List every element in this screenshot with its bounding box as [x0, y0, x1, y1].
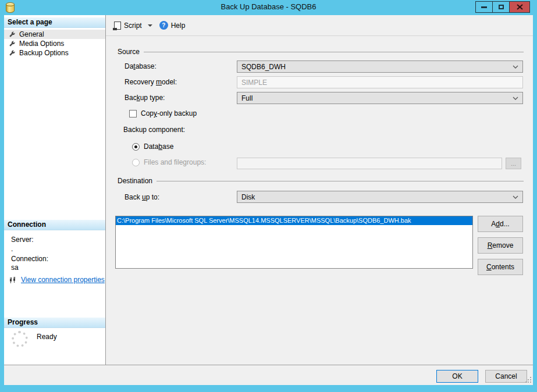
- dialog-body: Select a page General Media Options Back…: [4, 15, 533, 385]
- back-up-to-combobox-value: Disk: [241, 193, 255, 201]
- help-icon: [159, 21, 168, 30]
- copy-only-backup-checkbox[interactable]: [129, 110, 137, 117]
- footer-bar: OK Cancel: [4, 365, 533, 385]
- source-group-label: Source: [118, 48, 140, 56]
- main-panel: Script Help Source Database: SQDB6_DWH R…: [105, 15, 533, 365]
- sidebar-item-label: Media Options: [19, 40, 64, 48]
- progress-status: Ready: [37, 333, 57, 341]
- destination-group-label: Destination: [118, 177, 152, 185]
- resize-grip-icon[interactable]: [525, 377, 531, 383]
- progress-header: Progress: [4, 318, 105, 328]
- connection-properties-icon: [9, 276, 17, 284]
- chevron-down-icon: [513, 97, 518, 100]
- backup-type-combobox[interactable]: Full: [237, 92, 523, 104]
- sidebar-item-label: General: [19, 30, 44, 38]
- sidebar: Select a page General Media Options Back…: [4, 15, 105, 365]
- sidebar-item-label: Backup Options: [19, 49, 69, 57]
- list-item-selected[interactable]: C:\Program Files\Microsoft SQL Server\MS…: [116, 216, 472, 225]
- recovery-model-value: SIMPLE: [241, 79, 267, 87]
- backup-destination-list[interactable]: C:\Program Files\Microsoft SQL Server\MS…: [115, 216, 473, 269]
- script-button[interactable]: Script: [112, 20, 144, 31]
- server-label: Server:: [11, 236, 34, 244]
- files-filegroups-field: [237, 158, 502, 169]
- files-filegroups-radio[interactable]: [132, 159, 140, 166]
- remove-button[interactable]: Remove: [478, 237, 523, 254]
- database-radio-label: Database: [144, 142, 173, 151]
- script-button-label: Script: [124, 22, 142, 30]
- help-button[interactable]: Help: [157, 19, 188, 31]
- database-combobox[interactable]: SQDB6_DWH: [237, 60, 523, 73]
- close-icon: [517, 4, 523, 10]
- close-button[interactable]: [509, 1, 530, 13]
- select-a-page-header: Select a page: [4, 17, 105, 28]
- contents-button[interactable]: Contents: [478, 259, 523, 275]
- back-up-to-combobox[interactable]: Disk: [237, 191, 523, 203]
- backup-type-combobox-value: Full: [241, 94, 253, 102]
- database-radio[interactable]: [132, 143, 140, 151]
- minimize-button[interactable]: [475, 1, 493, 13]
- recovery-model-field: SIMPLE: [237, 76, 523, 88]
- help-button-label: Help: [171, 22, 186, 30]
- server-value: .: [11, 245, 13, 253]
- connection-header: Connection: [4, 220, 105, 230]
- wrench-icon: [9, 40, 16, 47]
- group-divider: [157, 181, 524, 181]
- minimize-icon: [481, 6, 487, 8]
- database-label: Database:: [125, 62, 157, 70]
- script-dropdown-icon[interactable]: [148, 24, 152, 27]
- copy-only-backup-label: Copy-only backup: [141, 109, 197, 117]
- maximize-button[interactable]: [492, 1, 510, 13]
- connection-value: sa: [11, 263, 19, 272]
- window-title: Back Up Database - SQDB6: [0, 2, 537, 11]
- chevron-down-icon: [513, 195, 518, 199]
- maximize-icon: [499, 5, 504, 9]
- chevron-down-icon: [513, 65, 518, 69]
- title-bar[interactable]: Back Up Database - SQDB6: [0, 0, 537, 15]
- backup-database-window: Back Up Database - SQDB6 Select a page G…: [0, 0, 537, 392]
- wrench-icon: [9, 31, 16, 38]
- files-filegroups-radio-label: Files and filegroups:: [144, 158, 206, 166]
- cancel-button[interactable]: Cancel: [485, 370, 527, 383]
- ok-button[interactable]: OK: [436, 370, 478, 383]
- backup-type-label: Backup type:: [125, 94, 165, 102]
- browse-button[interactable]: ...: [506, 158, 521, 169]
- toolbar: Script Help: [106, 15, 533, 36]
- backup-component-label: Backup component:: [123, 126, 185, 134]
- sidebar-item-general[interactable]: General: [4, 30, 105, 39]
- wrench-icon: [9, 49, 16, 56]
- recovery-model-label: Recovery model:: [125, 78, 177, 86]
- sidebar-item-media-options[interactable]: Media Options: [4, 39, 105, 48]
- database-combobox-value: SQDB6_DWH: [241, 63, 286, 71]
- script-icon: [114, 22, 121, 30]
- group-divider: [144, 52, 524, 52]
- view-connection-properties-link[interactable]: View connection properties: [21, 276, 105, 284]
- back-up-to-label: Back up to:: [125, 193, 159, 201]
- sidebar-item-backup-options[interactable]: Backup Options: [4, 48, 105, 58]
- add-button[interactable]: Add...: [478, 216, 523, 232]
- connection-label: Connection:: [11, 255, 48, 263]
- progress-spinner-icon: [12, 331, 28, 347]
